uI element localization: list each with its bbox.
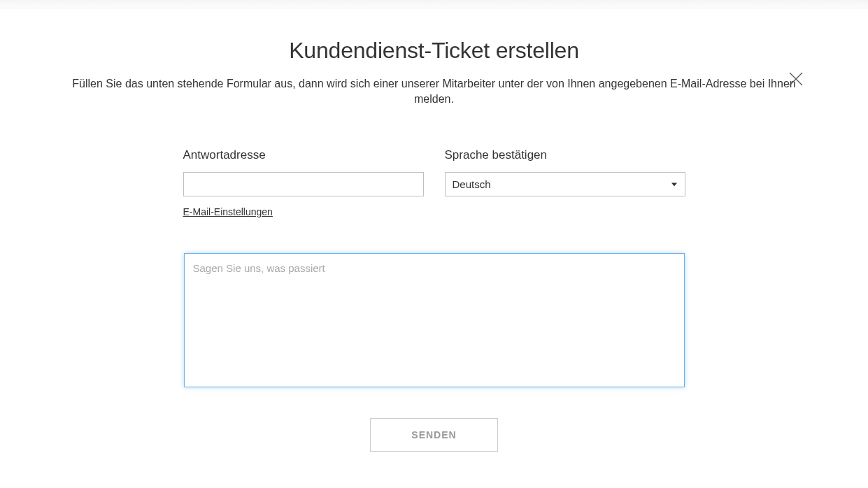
reply-address-group: Antwortadresse E-Mail-Einstellungen	[183, 148, 424, 218]
page-title: Kundendienst-Ticket erstellen	[55, 38, 813, 64]
form-row: Antwortadresse E-Mail-Einstellungen Spra…	[55, 148, 813, 218]
message-group	[184, 253, 685, 390]
email-settings-link[interactable]: E-Mail-Einstellungen	[183, 206, 273, 217]
language-group: Sprache bestätigen Deutsch	[445, 148, 685, 218]
message-textarea[interactable]	[184, 253, 685, 387]
close-icon	[788, 78, 804, 89]
page-subtitle: Füllen Sie das unten stehende Formular a…	[57, 76, 812, 106]
submit-wrap: SENDEN	[55, 418, 813, 452]
reply-address-label: Antwortadresse	[183, 148, 424, 162]
language-label: Sprache bestätigen	[445, 148, 685, 162]
language-select-wrap: Deutsch	[445, 172, 685, 196]
submit-button[interactable]: SENDEN	[370, 418, 497, 452]
language-select[interactable]: Deutsch	[445, 172, 685, 196]
reply-address-input[interactable]	[183, 172, 424, 196]
ticket-form-container: Kundendienst-Ticket erstellen Füllen Sie…	[27, 38, 841, 488]
top-strip	[0, 0, 868, 8]
close-button[interactable]	[788, 71, 804, 87]
